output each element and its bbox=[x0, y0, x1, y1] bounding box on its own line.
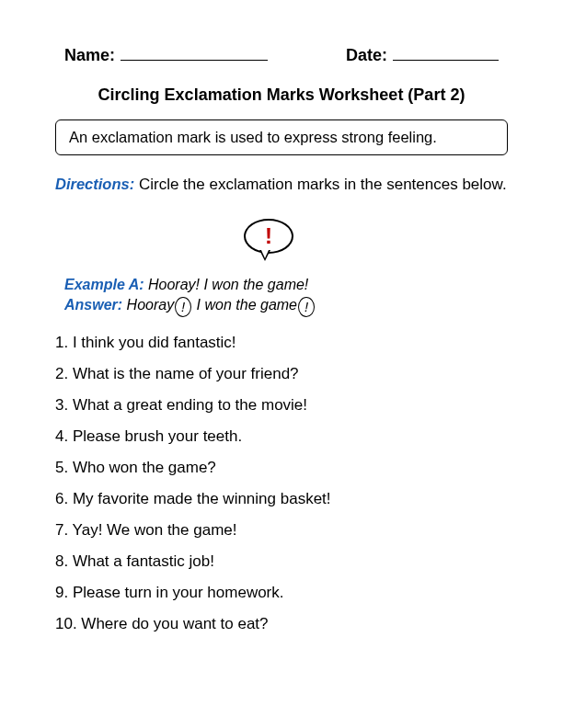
definition-text: An exclamation mark is used to express s… bbox=[69, 129, 437, 145]
answer-part1: Hooray bbox=[127, 297, 175, 313]
question-item: 5. Who won the game? bbox=[55, 459, 508, 477]
question-item: 1. I think you did fantastic! bbox=[55, 334, 508, 352]
example-a-row: Example A: Hooray! I won the game! bbox=[64, 277, 508, 293]
question-item: 2. What is the name of your friend? bbox=[55, 365, 508, 383]
question-item: 3. What a great ending to the movie! bbox=[55, 396, 508, 415]
example-block: Example A: Hooray! I won the game! Answe… bbox=[64, 277, 508, 317]
answer-label: Answer: bbox=[64, 297, 122, 313]
question-item: 8. What a fantastic job! bbox=[55, 552, 508, 571]
directions-text: Circle the exclamation marks in the sent… bbox=[139, 176, 507, 193]
answer-part2: I won the game bbox=[192, 297, 297, 313]
example-a-label: Example A: bbox=[64, 277, 144, 292]
answer-row: Answer: Hooray! I won the game! bbox=[64, 297, 508, 317]
speech-bubble-wrap: ! bbox=[55, 222, 508, 273]
circled-mark-2: ! bbox=[298, 297, 315, 317]
exclamation-icon: ! bbox=[265, 225, 272, 247]
bubble-tail-inner bbox=[261, 250, 269, 258]
date-blank[interactable] bbox=[393, 60, 499, 61]
question-item: 9. Please turn in your homework. bbox=[55, 584, 508, 602]
name-field: Name: bbox=[64, 46, 268, 65]
question-item: 4. Please brush your teeth. bbox=[55, 427, 508, 446]
definition-box: An exclamation mark is used to express s… bbox=[55, 119, 508, 155]
name-blank[interactable] bbox=[121, 60, 268, 61]
speech-bubble: ! bbox=[244, 219, 293, 254]
questions-list: 1. I think you did fantastic! 2. What is… bbox=[55, 334, 508, 633]
header-row: Name: Date: bbox=[55, 46, 508, 65]
example-a-text: Hooray! I won the game! bbox=[148, 277, 308, 292]
question-item: 7. Yay! We won the game! bbox=[55, 521, 508, 540]
question-item: 6. My favorite made the winning basket! bbox=[55, 490, 508, 508]
date-field: Date: bbox=[346, 46, 499, 65]
directions-label: Directions: bbox=[55, 176, 134, 192]
worksheet-title: Circling Exclamation Marks Worksheet (Pa… bbox=[55, 85, 508, 105]
name-label: Name: bbox=[64, 46, 115, 65]
directions: Directions: Circle the exclamation marks… bbox=[55, 172, 508, 197]
circled-mark-1: ! bbox=[175, 297, 191, 317]
date-label: Date: bbox=[346, 46, 387, 65]
question-item: 10. Where do you want to eat? bbox=[55, 615, 508, 633]
